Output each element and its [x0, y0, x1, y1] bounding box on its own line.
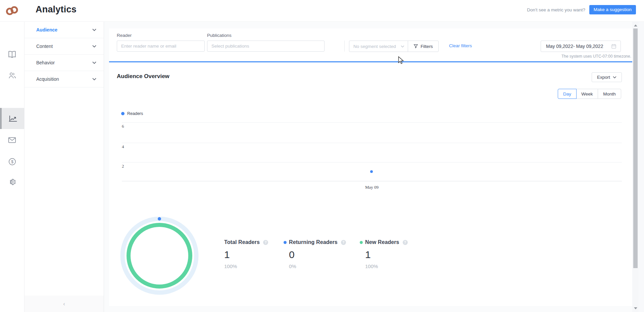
users-icon: [8, 71, 17, 79]
stat-header: Returning Readers ?: [284, 239, 346, 246]
chevron-down-icon: [92, 28, 96, 31]
sidebar-item-settings[interactable]: [0, 173, 24, 191]
returning-readers-ring: [122, 219, 196, 293]
segment-select[interactable]: No segment selected: [349, 41, 408, 52]
stat-total-readers: Total Readers ? 1 100%: [224, 239, 268, 269]
filter-bar: Reader Publications No segment selected …: [109, 28, 632, 62]
stat-label: New Readers: [365, 239, 399, 245]
subnav-item-behavior[interactable]: Behavior: [24, 55, 104, 71]
readers-donut-chart: [119, 215, 200, 296]
funnel-icon: [413, 44, 418, 49]
page-title: Analytics: [36, 4, 77, 15]
chart-legend[interactable]: Readers: [121, 111, 143, 116]
gridline: [122, 143, 622, 143]
stat-header: Total Readers ?: [224, 239, 268, 246]
reader-label: Reader: [117, 33, 132, 38]
stat-header: New Readers ?: [360, 239, 408, 246]
sidebar-item-audience[interactable]: [0, 67, 24, 84]
sidebar-item-email[interactable]: [0, 131, 24, 149]
collapse-chevron-icon: ‹: [63, 301, 65, 307]
help-icon[interactable]: ?: [263, 240, 268, 245]
subnav-label: Content: [36, 44, 92, 49]
granularity-day[interactable]: Day: [558, 89, 577, 99]
vertical-scrollbar: [632, 22, 639, 312]
chevron-down-icon: [92, 61, 96, 64]
subnav-item-acquisition[interactable]: Acquisition: [24, 71, 104, 87]
publications-input[interactable]: [207, 41, 325, 52]
sidebar-item-analytics[interactable]: [0, 108, 24, 129]
scrollbar-thumb[interactable]: [633, 28, 638, 268]
chevron-down-icon: [92, 45, 96, 48]
segment-filter-group: No segment selected Filters: [349, 41, 439, 52]
returning-dot-icon: [284, 241, 287, 244]
stat-value: 1: [224, 249, 268, 260]
help-icon[interactable]: ?: [341, 240, 346, 245]
sidebar-item-publications[interactable]: [0, 46, 24, 63]
segment-placeholder: No segment selected: [353, 44, 396, 49]
x-axis-line: [122, 181, 622, 181]
divider: [344, 41, 345, 52]
analytics-app: Analytics Don't see a metric you want? M…: [0, 0, 644, 312]
chevron-down-icon: [92, 78, 96, 80]
filters-button[interactable]: Filters: [408, 41, 438, 52]
subnav-label: Audience: [36, 27, 92, 33]
sidebar-item-revenue[interactable]: $: [0, 153, 24, 170]
date-range-picker[interactable]: May 09,2022- May 09,2022: [541, 41, 621, 52]
make-suggestion-button[interactable]: Make a suggestion: [589, 5, 636, 14]
legend-dot-readers: [121, 112, 125, 115]
brand-logo-icon[interactable]: [5, 4, 19, 17]
stat-returning-readers: Returning Readers ? 0 0%: [284, 239, 346, 269]
dollar-icon: $: [8, 158, 16, 166]
y-axis-tick: 4: [122, 144, 124, 149]
gridline: [122, 122, 622, 123]
stat-value: 0: [289, 249, 346, 260]
subnav-label: Acquisition: [36, 76, 92, 82]
chevron-down-icon: [613, 76, 616, 78]
granularity-week[interactable]: Week: [576, 89, 598, 99]
right-margin: [639, 22, 644, 312]
gridline: [122, 162, 622, 163]
timezone-note: The system uses UTC-07:00 timezone.: [561, 54, 631, 59]
analytics-subnav: Audience Content Behavior Acquisition ‹: [24, 22, 104, 312]
stat-value: 1: [365, 249, 408, 260]
icon-rail: $: [0, 22, 24, 312]
section-title: Audience Overview: [117, 73, 169, 80]
subnav-label: Behavior: [36, 60, 92, 65]
scroll-up-arrow[interactable]: [634, 24, 637, 26]
legend-label: Readers: [127, 111, 143, 116]
export-label: Export: [597, 75, 610, 80]
new-dot-icon: [360, 241, 363, 244]
y-axis-tick: 6: [122, 124, 124, 129]
stat-label: Returning Readers: [289, 239, 338, 245]
returning-readers-marker[interactable]: [158, 217, 161, 221]
book-icon: [8, 50, 16, 59]
gear-icon: [8, 178, 16, 186]
export-button[interactable]: Export: [592, 72, 622, 82]
new-readers-ring: [129, 225, 190, 287]
stat-new-readers: New Readers ? 1 100%: [360, 239, 408, 269]
scroll-down-arrow[interactable]: [634, 307, 637, 309]
suggestion-hint: Don't see a metric you want?: [527, 7, 585, 12]
mail-icon: [8, 136, 16, 144]
date-range-value: May 09,2022- May 09,2022: [546, 44, 611, 49]
subnav-item-audience[interactable]: Audience: [24, 22, 104, 38]
chevron-down-icon: [401, 45, 404, 48]
reader-input[interactable]: [117, 41, 205, 52]
content-card: Reader Publications No segment selected …: [109, 28, 632, 306]
publications-label: Publications: [207, 33, 232, 38]
y-axis-tick: 2: [122, 164, 124, 169]
sidebar-collapse-button[interactable]: ‹: [24, 296, 104, 312]
x-axis-tick: May 09: [355, 185, 389, 190]
help-icon[interactable]: ?: [403, 240, 408, 245]
calendar-icon: [611, 44, 616, 49]
subnav-item-content[interactable]: Content: [24, 38, 104, 55]
app-header: Analytics Don't see a metric you want? M…: [0, 0, 644, 22]
stat-percent: 100%: [224, 263, 268, 269]
clear-filters-link[interactable]: Clear filters: [449, 43, 472, 48]
stat-percent: 0%: [289, 263, 346, 269]
analytics-chart-icon: [8, 114, 17, 123]
granularity-month[interactable]: Month: [598, 89, 621, 99]
stat-label: Total Readers: [224, 239, 260, 245]
filters-button-label: Filters: [420, 44, 433, 49]
readers-data-point[interactable]: [370, 170, 373, 173]
